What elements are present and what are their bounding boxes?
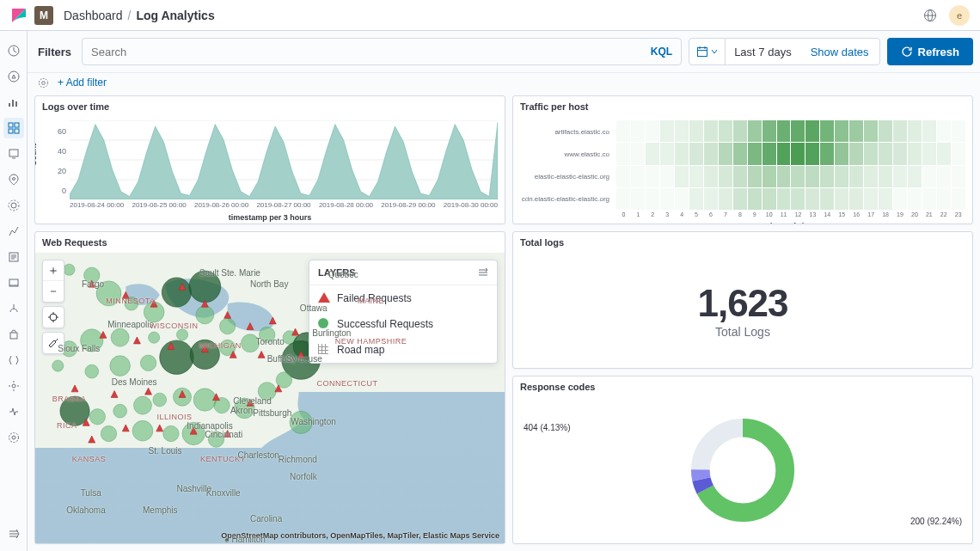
heat-row-label: www.elastic.co [517,143,613,165]
success-marker [85,364,99,378]
code-404-label: 404 (4.13%) [524,423,570,432]
svg-point-11 [11,203,16,208]
heat-cell [646,143,659,164]
total-logs-panel: Total logs 1,623 Total Logs [512,231,973,369]
heat-cell [835,120,848,142]
map-place-label: Cincinnati [205,430,242,439]
heat-cell [616,166,630,187]
y-tick: 20 [58,167,66,175]
map-place-label: Norfolk [290,472,317,481]
heat-cell [733,143,747,164]
date-picker[interactable]: Last 7 days Show dates [689,38,879,65]
map-place-label: St. Louis [149,446,182,456]
heatmap-body[interactable]: artifacts.elastic.co www.elastic.co elas… [513,117,972,223]
map-place-label: ♠ Hamilton [224,535,266,543]
heat-cell [893,188,907,210]
heat-cell [777,166,791,187]
heat-cell [820,166,834,187]
x-tick: 2019-08-27 00:00 [256,201,310,211]
space-badge[interactable]: M [34,6,53,25]
y-tick: 40 [58,147,66,156]
heat-cell [864,143,878,164]
nav-maps-icon[interactable] [3,169,24,190]
heat-cell [922,166,936,187]
success-marker [111,328,129,346]
add-filter-link[interactable]: + Add filter [58,77,107,89]
heat-cell [908,120,922,142]
heat-cell [704,188,718,210]
kibana-logo-icon[interactable] [10,7,28,24]
logs-chart-body[interactable]: Count 0 20 40 60 80 2019-08-24 00:00 [35,117,505,223]
heat-cell [719,120,732,142]
heat-cell [937,143,951,164]
heat-cell [704,120,718,142]
show-dates-link[interactable]: Show dates [800,46,879,58]
zoom-in-button[interactable]: ＋ [43,260,64,281]
svg-rect-6 [15,123,19,127]
nav-management-icon[interactable] [3,427,24,448]
heat-cell [646,166,659,187]
map-place-label: Cleveland [233,396,271,406]
map-place-label: WISCONSIN [150,321,199,330]
search-input[interactable] [91,46,651,58]
kql-toggle[interactable]: KQL [651,46,672,58]
heat-cell [864,188,878,210]
heat-cell [631,166,645,187]
nav-logs-icon[interactable] [3,247,24,267]
svg-rect-15 [10,333,17,339]
top-header: M Dashboard / Log Analytics e [0,0,980,31]
heat-cell [879,166,892,187]
heat-x-tick: 7 [718,211,732,220]
heat-x-tick: 19 [893,211,908,220]
nav-uptime-icon[interactable] [3,298,24,319]
heat-cell [952,143,965,164]
calendar-icon[interactable] [689,39,726,64]
nav-ml-icon[interactable] [3,195,24,216]
heat-cell [616,143,630,164]
side-nav [0,31,28,551]
fit-bounds-button[interactable] [43,307,64,328]
layers-menu-icon[interactable] [478,267,488,278]
refresh-icon [901,46,913,58]
heat-cell [952,188,965,210]
map-body[interactable]: ＋ － LAYERS [35,253,505,543]
nav-canvas-icon[interactable] [3,144,24,164]
nav-stack-icon[interactable] [3,376,24,396]
nav-monitoring-icon[interactable] [3,401,24,422]
heat-cell [660,188,674,210]
heat-cell [675,188,689,210]
area-chart [70,120,498,199]
refresh-button[interactable]: Refresh [887,38,973,65]
svg-point-17 [12,436,15,439]
svg-rect-8 [15,129,19,133]
heat-cell [879,143,892,164]
map-place-label: Charleston [238,450,279,460]
heat-cell [616,188,630,210]
zoom-out-button[interactable]: － [43,281,64,302]
breadcrumb: Dashboard / Log Analytics [64,9,215,22]
newsfeed-icon[interactable] [920,5,940,26]
filter-options-icon[interactable] [38,77,49,89]
avatar[interactable]: e [949,5,970,26]
heat-cell [763,166,776,187]
nav-siem-icon[interactable] [3,324,24,345]
breadcrumb-root[interactable]: Dashboard [64,9,123,22]
svg-point-27 [50,314,57,321]
x-tick: 2019-08-24 00:00 [70,201,124,211]
web-requests-panel: Web Requests ＋ － [34,231,505,544]
layer-failed[interactable]: Failed Requests [309,285,497,311]
nav-metrics-icon[interactable] [3,221,24,242]
svg-point-21 [39,78,47,87]
nav-apm-icon[interactable] [3,272,24,293]
nav-collapse-icon[interactable] [3,523,24,544]
nav-recent-icon[interactable] [3,40,24,61]
nav-discover-icon[interactable] [3,66,24,87]
codes-body[interactable]: 404 (4.13%) 200 (92.24%) [513,397,972,543]
nav-visualize-icon[interactable] [3,92,24,113]
map-place-label: Pittsburgh [253,408,291,418]
nav-dashboard-icon[interactable] [3,118,24,138]
heat-cell [660,166,674,187]
heat-cell [791,166,805,187]
heat-cell [646,188,659,210]
nav-devtools-icon[interactable] [3,350,24,370]
